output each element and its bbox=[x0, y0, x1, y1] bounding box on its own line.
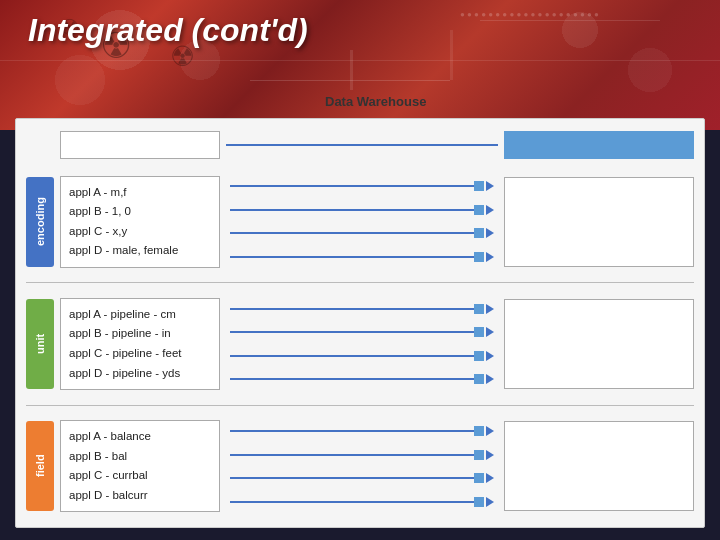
arrow-square bbox=[474, 252, 484, 262]
arrow-square bbox=[474, 497, 484, 507]
list-item: appl A - m,f bbox=[69, 183, 211, 203]
arrow-square bbox=[474, 327, 484, 337]
arrow-head bbox=[486, 351, 494, 361]
encoding-tab: encoding bbox=[26, 177, 54, 267]
encoding-section: encoding appl A - m,f appl B - 1, 0 appl… bbox=[26, 169, 694, 274]
arrow-line bbox=[230, 331, 474, 333]
arrow-line bbox=[230, 355, 474, 357]
list-item: appl C - currbal bbox=[69, 466, 211, 486]
top-left-box bbox=[60, 131, 220, 159]
field-section: field appl A - balance appl B - bal appl… bbox=[26, 414, 694, 519]
arrow-row bbox=[230, 304, 494, 314]
arrow-line bbox=[230, 209, 474, 211]
list-item: appl C - x,y bbox=[69, 222, 211, 242]
arrow-row bbox=[230, 228, 494, 238]
list-item: appl A - pipeline - cm bbox=[69, 305, 211, 325]
arrow-line bbox=[230, 232, 474, 234]
data-warehouse-label: Data Warehouse bbox=[325, 94, 426, 109]
arrow-line bbox=[230, 454, 474, 456]
arrow-head bbox=[486, 252, 494, 262]
arrow-head bbox=[486, 426, 494, 436]
arrow-row bbox=[230, 181, 494, 191]
arrow-square bbox=[474, 304, 484, 314]
arrow-line bbox=[230, 430, 474, 432]
encoding-connectors bbox=[226, 177, 498, 267]
arrow-row bbox=[230, 327, 494, 337]
unit-right-box bbox=[504, 299, 694, 389]
arrow-square bbox=[474, 426, 484, 436]
list-item: appl B - pipeline - in bbox=[69, 324, 211, 344]
arrow-line bbox=[230, 308, 474, 310]
arrow-head bbox=[486, 327, 494, 337]
list-item: appl B - bal bbox=[69, 447, 211, 467]
unit-connectors bbox=[226, 299, 498, 389]
arrow-row bbox=[230, 497, 494, 507]
arrow-square bbox=[474, 351, 484, 361]
list-item: appl B - 1, 0 bbox=[69, 202, 211, 222]
encoding-right-box bbox=[504, 177, 694, 267]
arrow-line bbox=[230, 256, 474, 258]
arrow-line bbox=[230, 477, 474, 479]
arrow-row bbox=[230, 450, 494, 460]
arrow-head bbox=[486, 205, 494, 215]
page-title: Integrated (cont'd) bbox=[28, 12, 308, 49]
arrow-line bbox=[230, 378, 474, 380]
list-item: appl D - balcurr bbox=[69, 486, 211, 506]
arrow-head bbox=[486, 304, 494, 314]
arrow-line bbox=[230, 501, 474, 503]
arrow-head bbox=[486, 374, 494, 384]
encoding-app-list: appl A - m,f appl B - 1, 0 appl C - x,y … bbox=[60, 176, 220, 268]
arrow-head bbox=[486, 181, 494, 191]
arrow-head bbox=[486, 450, 494, 460]
arrow-row bbox=[230, 205, 494, 215]
main-content-area: encoding appl A - m,f appl B - 1, 0 appl… bbox=[15, 118, 705, 528]
unit-section: unit appl A - pipeline - cm appl B - pip… bbox=[26, 291, 694, 396]
field-connectors bbox=[226, 421, 498, 511]
arrow-square bbox=[474, 228, 484, 238]
section-divider bbox=[26, 405, 694, 406]
arrow-row bbox=[230, 252, 494, 262]
arrow-head bbox=[486, 497, 494, 507]
arrow-head bbox=[486, 228, 494, 238]
top-connector-line bbox=[226, 144, 498, 146]
unit-app-list: appl A - pipeline - cm appl B - pipeline… bbox=[60, 298, 220, 390]
list-item: appl D - pipeline - yds bbox=[69, 364, 211, 384]
list-item: appl C - pipeline - feet bbox=[69, 344, 211, 364]
section-divider bbox=[26, 282, 694, 283]
arrow-square bbox=[474, 205, 484, 215]
arrow-head bbox=[486, 473, 494, 483]
top-row bbox=[26, 127, 694, 163]
arrow-row bbox=[230, 426, 494, 436]
arrow-row bbox=[230, 351, 494, 361]
arrow-square bbox=[474, 181, 484, 191]
unit-tab: unit bbox=[26, 299, 54, 389]
data-warehouse-box bbox=[504, 131, 694, 159]
list-item: appl A - balance bbox=[69, 427, 211, 447]
arrow-line bbox=[230, 185, 474, 187]
arrow-square bbox=[474, 473, 484, 483]
arrow-square bbox=[474, 374, 484, 384]
field-tab: field bbox=[26, 421, 54, 511]
field-right-box bbox=[504, 421, 694, 511]
arrow-square bbox=[474, 450, 484, 460]
field-app-list: appl A - balance appl B - bal appl C - c… bbox=[60, 420, 220, 512]
arrow-row bbox=[230, 374, 494, 384]
arrow-row bbox=[230, 473, 494, 483]
list-item: appl D - male, female bbox=[69, 241, 211, 261]
